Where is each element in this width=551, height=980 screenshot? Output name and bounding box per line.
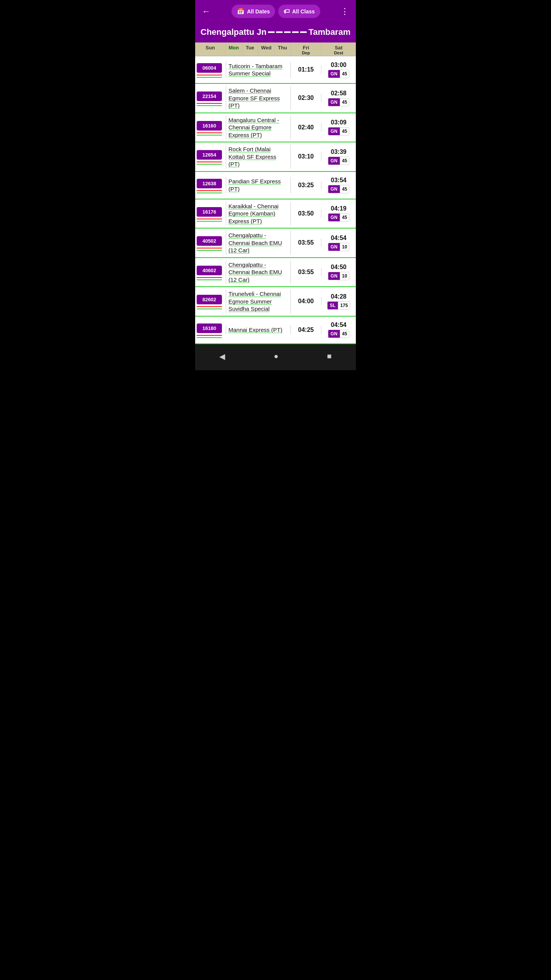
train-number-cell: 16176 — [195, 206, 226, 222]
train-row[interactable]: 16160 Mangaluru Central - Chennai Egmore… — [195, 113, 356, 143]
all-dates-button[interactable]: 📅 All Dates — [231, 5, 275, 18]
all-class-label: All Class — [292, 8, 315, 15]
train-number-cell: 06004 — [195, 62, 226, 78]
class-number-badge: 45 — [340, 157, 349, 165]
departure-time: 02:30 — [291, 94, 321, 102]
destination-cell: 03:09 GN 45 — [321, 118, 356, 136]
arrival-time: 02:58 — [331, 90, 347, 97]
train-row[interactable]: 22154 Salem - Chennai Egmore SF Express … — [195, 84, 356, 113]
train-name: Rock Fort (Malai Kottai) SF Express (PT) — [228, 146, 276, 167]
departure-time: 03:55 — [291, 238, 321, 247]
train-row[interactable]: 40602 Chengalpattu - Chennai Beach EMU (… — [195, 258, 356, 287]
train-number-badge: 40602 — [197, 266, 222, 275]
arrival-time: 04:50 — [331, 264, 347, 271]
train-number-badge: 12638 — [197, 179, 222, 188]
class-type-badge: GN — [328, 272, 340, 280]
train-number-cell: 22154 — [195, 90, 226, 106]
train-name: Mangaluru Central - Chennai Egmore Expre… — [228, 117, 279, 138]
nav-recent-button[interactable]: ■ — [321, 350, 337, 363]
train-number-badge: 40502 — [197, 236, 222, 246]
train-number-cell: 40502 — [195, 235, 226, 251]
class-badges: GN 45 — [328, 98, 349, 106]
class-type-badge: GN — [328, 214, 340, 221]
train-name-cell: Tuticorin - Tambaram Summer Special — [226, 62, 291, 78]
day-sun: Sun — [195, 42, 226, 56]
train-name-cell: Salem - Chennai Egmore SF Express (PT) — [226, 86, 291, 110]
to-station: Tambaram — [308, 27, 350, 37]
train-name-cell: Rock Fort (Malai Kottai) SF Express (PT) — [226, 145, 291, 169]
departure-time: 03:50 — [291, 209, 321, 218]
train-row[interactable]: 12638 Pandian SF Express (PT) 03:25 03:5… — [195, 172, 356, 199]
day-header: Sun Mon Tue Wed Thu Fri Dep Sat Dest — [195, 42, 356, 56]
day-fri: Fri Dep — [291, 42, 321, 56]
class-number-badge: 45 — [340, 70, 349, 78]
train-name: Pandian SF Express (PT) — [228, 178, 281, 192]
arrival-time: 04:54 — [331, 322, 347, 328]
arrival-time: 04:19 — [331, 205, 347, 212]
train-number-badge: 12654 — [197, 150, 222, 160]
train-number-badge: 06004 — [197, 63, 222, 73]
train-name: Tuticorin - Tambaram Summer Special — [228, 63, 282, 77]
train-number-cell: 16180 — [195, 322, 226, 338]
class-type-badge: GN — [328, 70, 340, 78]
day-sat: Sat Dest — [321, 42, 356, 56]
day-mon: Mon — [226, 42, 242, 56]
arrival-time: 04:54 — [331, 235, 347, 242]
class-type-badge: GN — [328, 157, 340, 165]
top-bar: ← 📅 All Dates 🏷 All Class ⋮ — [195, 0, 356, 23]
train-name-cell: Chengalpattu - Chennai Beach EMU (12 Car… — [226, 231, 291, 255]
class-badges: GN 10 — [328, 243, 349, 251]
class-number-badge: 10 — [340, 272, 349, 280]
train-name: Karaikkal - Chennai Egmore (Kamban) Expr… — [228, 203, 279, 224]
nav-home-button[interactable]: ● — [267, 350, 284, 363]
top-buttons: 📅 All Dates 🏷 All Class — [217, 5, 335, 18]
arrival-time: 03:54 — [331, 177, 347, 184]
departure-time: 04:00 — [291, 297, 321, 305]
train-name: Chengalpattu - Chennai Beach EMU (12 Car… — [228, 232, 282, 253]
train-number-cell: 16160 — [195, 119, 226, 136]
train-name: Tirunelveli - Chennai Egmore Summer Suvi… — [228, 291, 281, 312]
destination-cell: 02:58 GN 45 — [321, 89, 356, 107]
train-row[interactable]: 40502 Chengalpattu - Chennai Beach EMU (… — [195, 229, 356, 258]
day-thu: Thu — [275, 42, 291, 56]
departure-time: 01:15 — [291, 65, 321, 74]
train-name: Mannai Express (PT) — [228, 327, 282, 333]
class-type-badge: GN — [328, 243, 340, 251]
destination-cell: 03:00 GN 45 — [321, 61, 356, 79]
class-type-badge: GN — [328, 127, 340, 135]
route-arrow — [268, 31, 307, 33]
train-number-badge: 22154 — [197, 91, 222, 101]
train-name-cell: Pandian SF Express (PT) — [226, 177, 291, 193]
departure-time: 04:25 — [291, 326, 321, 334]
train-row[interactable]: 06004 Tuticorin - Tambaram Summer Specia… — [195, 56, 356, 84]
all-dates-label: All Dates — [247, 8, 270, 15]
destination-cell: 04:50 GN 10 — [321, 263, 356, 281]
train-name-cell: Mannai Express (PT) — [226, 325, 291, 335]
destination-cell: 04:54 GN 45 — [321, 321, 356, 339]
destination-cell: 03:39 GN 45 — [321, 148, 356, 166]
train-name: Salem - Chennai Egmore SF Express (PT) — [228, 87, 280, 109]
class-badges: GN 45 — [328, 213, 349, 222]
train-name-cell: Tirunelveli - Chennai Egmore Summer Suvi… — [226, 289, 291, 314]
arrival-time: 03:00 — [331, 62, 347, 69]
class-badges: SL 175 — [327, 301, 350, 310]
class-number-badge: 45 — [340, 98, 349, 106]
departure-time: 03:10 — [291, 152, 321, 161]
class-number-badge: 45 — [340, 185, 349, 193]
destination-cell: 04:54 GN 10 — [321, 234, 356, 252]
arrival-time: 03:09 — [331, 119, 347, 126]
train-row[interactable]: 16180 Mannai Express (PT) 04:25 04:54 GN… — [195, 317, 356, 344]
train-row[interactable]: 12654 Rock Fort (Malai Kottai) SF Expres… — [195, 142, 356, 172]
back-button[interactable]: ← — [199, 5, 214, 18]
all-class-button[interactable]: 🏷 All Class — [278, 5, 320, 18]
train-row[interactable]: 82602 Tirunelveli - Chennai Egmore Summe… — [195, 287, 356, 317]
bottom-nav: ◀ ● ■ — [195, 344, 356, 370]
train-name-cell: Chengalpattu - Chennai Beach EMU (12 Car… — [226, 260, 291, 284]
train-row[interactable]: 16176 Karaikkal - Chennai Egmore (Kamban… — [195, 199, 356, 229]
class-number-badge: 45 — [340, 127, 349, 135]
nav-back-button[interactable]: ◀ — [213, 350, 231, 363]
tag-icon: 🏷 — [284, 8, 290, 15]
departure-time: 02:40 — [291, 123, 321, 132]
more-button[interactable]: ⋮ — [338, 5, 352, 18]
from-station: Chengalpattu Jn — [201, 27, 266, 37]
